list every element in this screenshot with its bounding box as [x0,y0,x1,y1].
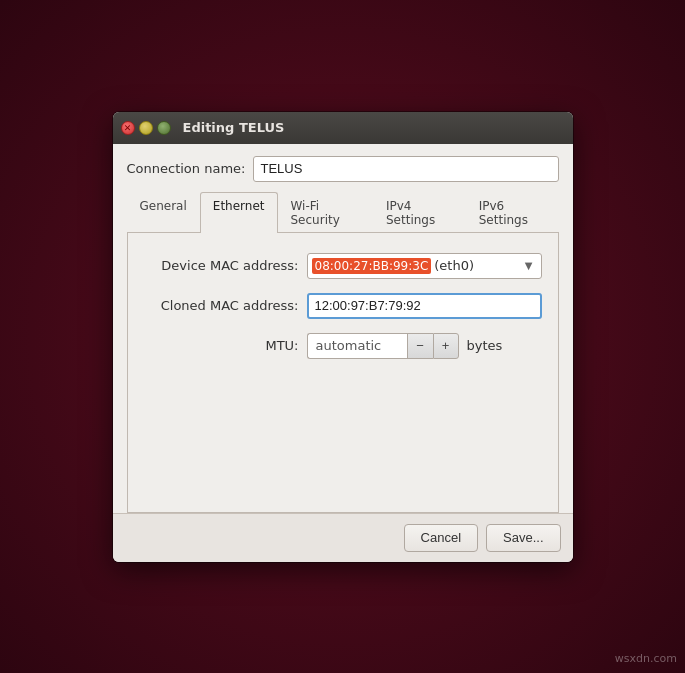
cloned-mac-row: Cloned MAC address: [144,293,542,319]
dialog-content: Connection name: General Ethernet Wi-Fi … [113,144,573,513]
tab-ethernet[interactable]: Ethernet [200,192,278,233]
minimize-button[interactable] [139,121,153,135]
connection-name-label: Connection name: [127,161,246,176]
mtu-value: automatic [307,333,407,359]
mtu-control: automatic − + [307,333,459,359]
window-title: Editing TELUS [183,120,285,135]
tab-bar: General Ethernet Wi-Fi Security IPv4 Set… [127,192,559,233]
main-window: ✕ Editing TELUS Connection name: General… [113,112,573,562]
mtu-decrement-button[interactable]: − [407,333,433,359]
ethernet-tab-content: Device MAC address: 08:00:27:BB:99:3C (e… [127,233,559,513]
device-mac-eth: (eth0) [434,258,474,273]
tab-general[interactable]: General [127,192,200,233]
mtu-label: MTU: [144,338,299,353]
save-button[interactable]: Save... [486,524,560,552]
dropdown-arrow-icon: ▼ [525,260,537,271]
device-mac-dropdown[interactable]: 08:00:27:BB:99:3C (eth0) ▼ [307,253,542,279]
button-bar: Cancel Save... [113,513,573,562]
device-mac-value: 08:00:27:BB:99:3C [312,258,432,274]
close-icon: ✕ [124,123,132,133]
cancel-button[interactable]: Cancel [404,524,478,552]
connection-name-row: Connection name: [127,156,559,182]
cloned-mac-label: Cloned MAC address: [144,298,299,313]
tab-ipv4-settings[interactable]: IPv4 Settings [373,192,466,233]
close-button[interactable]: ✕ [121,121,135,135]
mtu-row: MTU: automatic − + bytes [144,333,542,359]
watermark: wsxdn.com [615,652,677,665]
titlebar: ✕ Editing TELUS [113,112,573,144]
mtu-increment-button[interactable]: + [433,333,459,359]
cloned-mac-input[interactable] [307,293,542,319]
window-controls: ✕ [121,121,171,135]
tab-wifi-security[interactable]: Wi-Fi Security [278,192,373,233]
connection-name-input[interactable] [253,156,558,182]
mtu-unit-label: bytes [467,338,503,353]
tab-ipv6-settings[interactable]: IPv6 Settings [466,192,559,233]
maximize-button[interactable] [157,121,171,135]
device-mac-row: Device MAC address: 08:00:27:BB:99:3C (e… [144,253,542,279]
device-mac-label: Device MAC address: [144,258,299,273]
